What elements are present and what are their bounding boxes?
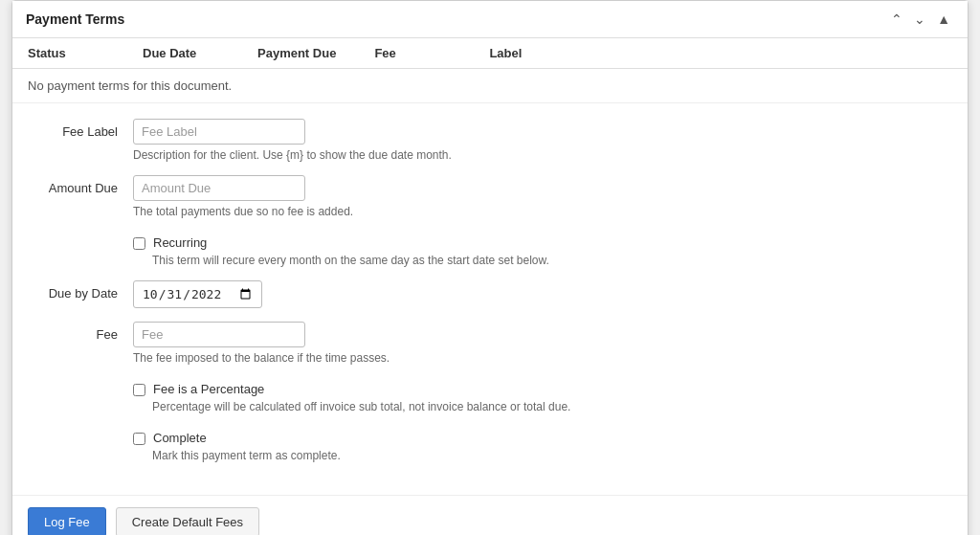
complete-row: Complete Mark this payment term as compl… [28,427,952,462]
amount-due-row: Amount Due The total payments due so no … [28,175,952,218]
due-by-date-control [133,280,952,308]
amount-due-control: The total payments due so no fee is adde… [133,175,952,218]
recurring-checkbox-row: Recurring [133,235,952,250]
collapse-button[interactable]: ⌃ [887,11,906,28]
recurring-checkbox[interactable] [133,237,145,250]
fee-label-control: Description for the client. Use {m} to s… [133,119,952,162]
fee-hint: The fee imposed to the balance if the ti… [133,351,952,365]
col-label: Label [489,46,566,60]
table-header: Status Due Date Payment Due Fee Label [12,38,968,69]
fee-field-label: Fee [28,322,133,342]
fee-percentage-row: Fee is a Percentage Percentage will be c… [28,378,952,413]
due-by-date-input[interactable] [133,280,262,308]
amount-due-input[interactable] [133,175,305,201]
pin-button[interactable]: ▲ [933,11,954,28]
create-default-fees-button[interactable]: Create Default Fees [116,507,259,535]
recurring-row: Recurring This term will recure every mo… [28,232,952,267]
window-title: Payment Terms [26,11,124,27]
fee-control: The fee imposed to the balance if the ti… [133,322,952,365]
no-terms-message: No payment terms for this document. [12,69,968,103]
title-bar: Payment Terms ⌃ ⌄ ▲ [12,1,968,38]
fee-percentage-checkbox[interactable] [133,384,145,396]
log-fee-button[interactable]: Log Fee [28,507,106,535]
bottom-buttons: Log Fee Create Default Fees [12,495,968,535]
complete-checkbox-row: Complete [133,431,952,445]
fee-percentage-label: Fee is a Percentage [153,382,264,396]
title-bar-controls: ⌃ ⌄ ▲ [887,11,954,28]
due-by-date-label: Due by Date [28,280,133,301]
due-by-date-row: Due by Date [28,280,952,308]
fee-label-hint: Description for the client. Use {m} to s… [133,148,952,162]
col-due-date: Due Date [143,46,219,60]
recurring-checkbox-label: Recurring [153,235,207,250]
complete-checkbox[interactable] [133,433,145,445]
form-area: Fee Label Description for the client. Us… [12,103,968,491]
col-fee: Fee [374,46,451,60]
fee-percentage-hint: Percentage will be calculated off invoic… [152,400,952,413]
col-status: Status [28,46,104,60]
complete-hint: Mark this payment term as complete. [152,449,952,462]
fee-label-row: Fee Label Description for the client. Us… [28,119,952,162]
recurring-control: Recurring This term will recure every mo… [133,232,952,267]
fee-row: Fee The fee imposed to the balance if th… [28,322,952,365]
expand-button[interactable]: ⌄ [910,11,929,28]
fee-input[interactable] [133,322,305,347]
amount-due-label: Amount Due [28,175,133,195]
complete-control: Complete Mark this payment term as compl… [133,427,952,462]
col-payment-due: Payment Due [257,46,336,60]
recurring-hint: This term will recure every month on the… [152,254,952,267]
fee-label-label: Fee Label [28,119,133,139]
complete-label: Complete [153,431,207,445]
amount-due-hint: The total payments due so no fee is adde… [133,205,952,218]
fee-percentage-control: Fee is a Percentage Percentage will be c… [133,378,952,413]
payment-terms-window: Payment Terms ⌃ ⌄ ▲ Status Due Date Paym… [11,0,969,535]
fee-percentage-checkbox-row: Fee is a Percentage [133,382,952,396]
fee-label-input[interactable] [133,119,305,145]
